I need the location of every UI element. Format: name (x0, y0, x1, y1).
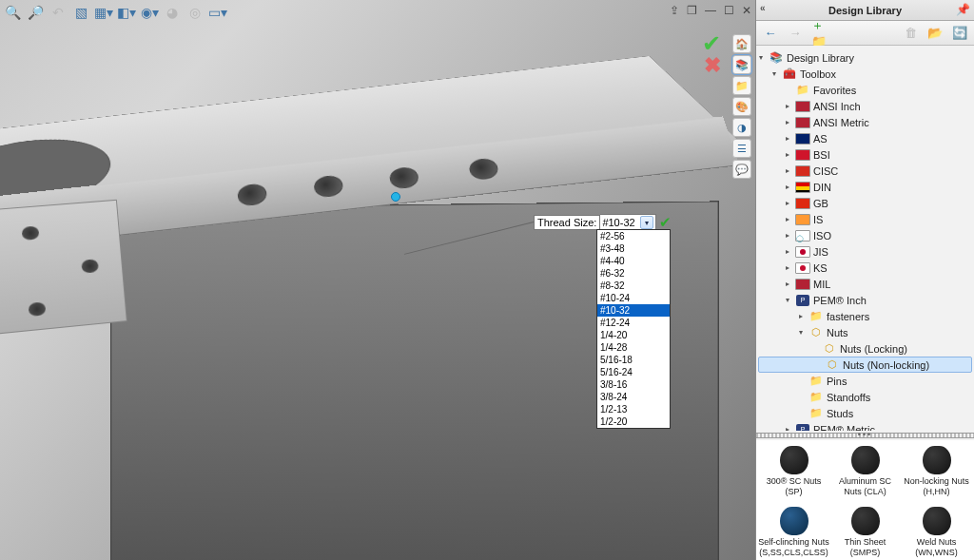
tree-caret[interactable]: ▸ (783, 118, 792, 126)
tree-caret[interactable]: ▾ (756, 53, 766, 62)
dropdown-option[interactable]: 1/4-20 (597, 329, 670, 341)
thumbnail-item[interactable]: Thin Sheet (SMPS) (829, 507, 901, 558)
dropdown-option[interactable]: 1/4-28 (597, 341, 670, 354)
dropdown-option[interactable]: 3/8-16 (597, 378, 670, 391)
tree-pins[interactable]: 📁Pins (756, 373, 974, 389)
tree-caret[interactable]: ▸ (783, 425, 792, 431)
tree-caret[interactable]: ▸ (783, 183, 792, 191)
tree-standard-din[interactable]: ▸DIN (756, 179, 974, 195)
forward-icon[interactable]: → (787, 25, 804, 42)
tree-standard-iso[interactable]: ▸◯ISO (756, 227, 974, 243)
dropdown-option[interactable]: 5/16-18 (597, 354, 670, 366)
tree-standoffs[interactable]: 📁Standoffs (756, 389, 974, 405)
viewport-3d[interactable]: 🔍 🔎 ↶ ▧ ▦▾ ◧▾ ◉▾ ◕ ◎ ▭▾ ⇪ ❐ — ☐ ✕ ✔ ✖ (0, 0, 755, 560)
tree-caret[interactable]: ▸ (783, 280, 792, 288)
folder-icon: 📁 (795, 84, 810, 97)
tree-caret[interactable]: ▾ (796, 328, 806, 337)
thumbnail-icon (780, 446, 808, 474)
tree-standard-jis[interactable]: ▸JIS (756, 243, 974, 260)
tree-label: fasteners (827, 311, 869, 322)
tab-hole (21, 225, 39, 240)
folder-icon: 📁 (808, 407, 824, 420)
thumbnail-item[interactable]: Weld Nuts (WN,WNS) (901, 507, 972, 558)
tree-standard-ansi-metric[interactable]: ▸ANSI Metric (756, 114, 974, 130)
dropdown-option[interactable]: #12-24 (597, 317, 670, 329)
add-to-library-icon[interactable]: ＋📁 (811, 25, 828, 42)
thumbnail-item[interactable]: Non-locking Nuts (H,HN) (901, 446, 972, 497)
tree-favorites[interactable]: 📁Favorites (756, 82, 974, 98)
back-icon[interactable]: ← (762, 25, 779, 42)
refresh-icon[interactable]: 🔄 (951, 25, 968, 42)
tree-caret[interactable]: ▸ (783, 134, 792, 143)
delete-icon[interactable]: 🗑 (902, 25, 919, 42)
dropdown-option[interactable]: 3/8-24 (597, 391, 670, 403)
tree-nuts-nonlocking[interactable]: ⬡Nuts (Non-locking) (758, 357, 972, 373)
flag-icon (795, 100, 810, 113)
chevron-down-icon[interactable]: ▾ (640, 216, 653, 229)
tree-caret[interactable]: ▸ (783, 231, 792, 240)
design-library-icon[interactable]: 📚 (732, 55, 751, 74)
tree-caret[interactable]: ▸ (783, 247, 792, 256)
thumbnail-item[interactable]: Aluminum SC Nuts (CLA) (829, 446, 901, 497)
tree-standard-gb[interactable]: ▸GB (756, 195, 974, 211)
tree-label: Pins (827, 376, 847, 387)
tree-pem-inch[interactable]: ▾PPEM® Inch (756, 292, 974, 308)
tree-standard-as[interactable]: ▸AS (756, 130, 974, 146)
thumbnail-item[interactable]: Self-clinching Nuts (S,SS,CLS,CLSS) (758, 507, 829, 558)
dropdown-option[interactable]: #6-32 (597, 267, 670, 280)
dropdown-option[interactable]: #8-32 (597, 280, 670, 292)
flange-hole (237, 183, 267, 206)
tree-root[interactable]: ▾📚Design Library (756, 49, 974, 66)
tree-caret[interactable]: ▸ (796, 312, 806, 320)
tree-caret[interactable]: ▸ (783, 199, 792, 207)
thread-size-dropdown[interactable]: #2-56#3-48#4-40#6-32#8-32#10-24#10-32#12… (596, 229, 671, 429)
tree-standard-ks[interactable]: ▸KS (756, 260, 974, 276)
view-palette-icon[interactable]: 🎨 (732, 97, 751, 116)
tree-caret[interactable]: ▸ (783, 102, 792, 110)
tree-caret[interactable]: ▾ (769, 69, 779, 78)
tree-toolbox[interactable]: ▾🧰Toolbox (756, 66, 974, 82)
tree-studs[interactable]: 📁Studs (756, 405, 974, 421)
open-folder-icon[interactable]: 📂 (926, 25, 944, 42)
custom-properties-icon[interactable]: ☰ (732, 139, 751, 158)
tab-hole (28, 301, 46, 317)
tree-caret[interactable]: ▸ (783, 150, 792, 159)
file-explorer-icon[interactable]: 📁 (732, 76, 751, 95)
tree-label: Nuts (827, 327, 848, 338)
collapse-icon[interactable]: « (760, 3, 766, 13)
dropdown-option[interactable]: #4-40 (597, 255, 670, 267)
dropdown-option[interactable]: #10-24 (597, 292, 670, 304)
flag-icon: ◯ (795, 229, 810, 242)
tree-standard-mil[interactable]: ▸MIL (756, 276, 974, 292)
dropdown-option[interactable]: #2-56 (597, 230, 670, 242)
task-pane-tabs: 🏠 📚 📁 🎨 ◑ ☰ 💬 (732, 34, 751, 179)
library-tree[interactable]: ▾📚Design Library▾🧰Toolbox📁Favorites▸ANSI… (756, 46, 974, 431)
tree-nuts-locking[interactable]: ⬡Nuts (Locking) (756, 340, 974, 357)
tree-caret[interactable]: ▸ (783, 263, 792, 272)
tree-standard-cisc[interactable]: ▸CISC (756, 163, 974, 179)
forum-icon[interactable]: 💬 (732, 160, 751, 179)
dropdown-option[interactable]: #3-48 (597, 242, 670, 255)
tree-label: ISO (813, 230, 831, 241)
tree-standard-is[interactable]: ▸IS (756, 211, 974, 227)
pin-icon[interactable]: 📌 (956, 3, 970, 16)
tree-standard-bsi[interactable]: ▸BSI (756, 146, 974, 163)
thumbnail-item[interactable]: 300® SC Nuts (SP) (758, 446, 829, 497)
home-icon[interactable]: 🏠 (732, 34, 751, 53)
tree-caret[interactable]: ▾ (783, 296, 792, 304)
tree-standard-ansi-inch[interactable]: ▸ANSI Inch (756, 98, 974, 114)
tree-caret[interactable]: ▸ (783, 215, 792, 223)
flag-icon (795, 181, 810, 194)
dropdown-option[interactable]: 1/2-20 (597, 415, 670, 428)
dropdown-option[interactable]: 5/16-24 (597, 366, 670, 378)
flag-icon (795, 148, 810, 162)
splitter[interactable] (756, 433, 974, 438)
tree-nuts[interactable]: ▾⬡Nuts (756, 324, 974, 340)
flag-icon (795, 213, 810, 226)
tree-caret[interactable]: ▸ (783, 166, 792, 175)
dropdown-option[interactable]: #10-32 (597, 304, 670, 317)
dropdown-option[interactable]: 1/2-13 (597, 403, 670, 415)
appearances-icon[interactable]: ◑ (732, 118, 751, 137)
tree-label: CISC (813, 165, 838, 177)
tree-fasteners[interactable]: ▸📁fasteners (756, 308, 974, 324)
